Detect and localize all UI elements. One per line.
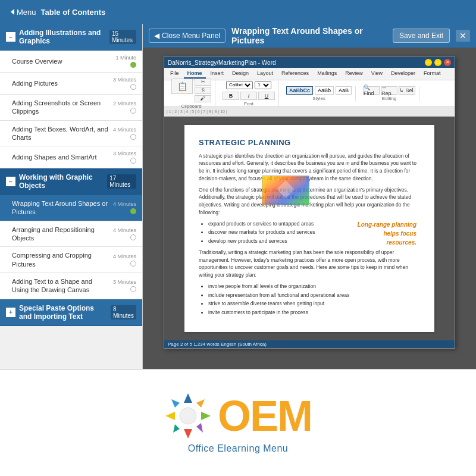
bullet-item: invite customers to participate in the p… — [208, 309, 420, 317]
chevron-icon: ◀ — [154, 32, 159, 40]
status-dot-gray — [130, 108, 136, 114]
sidebar-item-compressing[interactable]: Compressing and Cropping Pictures 4 Minu… — [0, 247, 142, 273]
style-heading-button[interactable]: AaBb — [315, 86, 334, 95]
item-minutes: 4 Minutes — [113, 127, 136, 133]
ribbon-tab-mailings[interactable]: Mailings — [314, 69, 340, 79]
toc-label: Table of Contents — [41, 8, 470, 17]
style-aabbcc-button[interactable]: AaBbCc — [286, 86, 313, 95]
ribbon-tab-layout[interactable]: Layout — [253, 69, 277, 79]
sidebar-section-illustrations[interactable]: − Adding Illustrations and Graphics 15 M… — [0, 24, 142, 51]
main-area: − Adding Illustrations and Graphics 15 M… — [0, 24, 476, 369]
item-meta: 3 Minutes — [113, 279, 136, 292]
sidebar-item-screenshots[interactable]: Adding Screenshots or Screen Clippings 2… — [0, 95, 142, 121]
ribbon-tab-file[interactable]: File — [167, 69, 183, 79]
content-title: Wrapping Text Around Shapes or Pictures — [231, 26, 387, 45]
status-dot-gray — [130, 158, 136, 164]
bold-button[interactable]: B — [223, 92, 239, 100]
close-menu-button[interactable]: ◀ Close Menu Panel — [149, 29, 226, 43]
sidebar-section-minutes-illustrations: 15 Minutes — [109, 30, 136, 44]
menu-button[interactable]: Menu — [6, 5, 41, 19]
cut-button[interactable]: ✂ — [195, 79, 211, 86]
item-meta: 3 Minutes — [113, 77, 136, 90]
styles-label: Styles — [312, 96, 325, 101]
sidebar-item-text: Course Overview — [12, 57, 112, 65]
status-dot-gray — [130, 84, 136, 90]
item-minutes: 1 Minute — [115, 55, 136, 61]
font-family-select[interactable]: Calibri — [226, 81, 253, 89]
ribbon-tab-format[interactable]: Format — [420, 69, 444, 79]
svg-marker-3 — [196, 399, 205, 408]
item-meta: 1 Minute — [115, 55, 136, 68]
svg-marker-7 — [173, 424, 180, 433]
clipboard-label: Clipboard — [181, 104, 201, 109]
item-meta: 4 Minutes — [113, 127, 136, 140]
bullet-list-2: involve people from all levels of the or… — [208, 283, 420, 317]
item-minutes: 4 Minutes — [113, 201, 136, 207]
find-button[interactable]: 🔍 Find — [363, 86, 380, 95]
status-dot-gray — [130, 134, 136, 140]
style-heading2-button[interactable]: AaB — [336, 86, 352, 95]
underline-button[interactable]: U — [258, 92, 275, 100]
font-size-select[interactable]: 11 — [255, 81, 271, 89]
window-buttons: − □ ✕ — [425, 59, 451, 66]
editing-label: Editing — [382, 96, 396, 101]
italic-button[interactable]: I — [240, 92, 257, 100]
top-navigation: Menu Table of Contents — [0, 0, 476, 24]
sidebar-item-arranging[interactable]: Arranging and Repositioning Objects 4 Mi… — [0, 221, 142, 248]
ribbon-tab-review[interactable]: Review — [342, 69, 367, 79]
page-paragraph-2: One of the functions of strategic planni… — [199, 186, 420, 217]
copy-button[interactable]: ⎘ — [195, 87, 211, 94]
page-title: Strategic Planning — [199, 137, 420, 149]
paste-button[interactable]: 📋 — [171, 79, 193, 94]
minimize-button[interactable]: − — [425, 59, 432, 66]
sidebar-item-course-overview[interactable]: Course Overview 1 Minute — [0, 51, 142, 73]
sidebar-section-special-paste[interactable]: + Special Paste Options and Importing Te… — [0, 299, 142, 326]
sidebar-item-text: Adding Screenshots or Screen Clippings — [12, 99, 109, 116]
sidebar-item-shapes[interactable]: Adding Shapes and SmartArt 3 Minutes — [0, 146, 142, 168]
ribbon-tab-home[interactable]: Home — [184, 69, 206, 79]
save-exit-button[interactable]: Save and Exit — [393, 29, 450, 43]
clipboard-buttons: 📋 ✂ ⎘ 🖌 — [171, 79, 211, 102]
ribbon-tab-references[interactable]: References — [278, 69, 312, 79]
font-label: Font — [244, 101, 253, 107]
sidebar-section-label-graphic-objects: Working with Graphic Objects — [19, 173, 104, 190]
ribbon-group-styles: AaBbCc AaBb AaB Styles — [283, 86, 356, 101]
ribbon-tab-view[interactable]: View — [368, 69, 386, 79]
word-titlebar-text: DaNorris_Strategy/MarketingPlan - Word — [168, 60, 276, 66]
sidebar-item-text: Compressing and Cropping Pictures — [12, 251, 109, 268]
item-meta: 3 Minutes — [113, 151, 136, 164]
sidebar-section-label-illustrations: Adding Illustrations and Graphics — [19, 29, 106, 45]
sidebar-item-text: Wrapping Text Around Shapes or Pictures — [12, 199, 109, 217]
format-painter-button[interactable]: 🖌 — [195, 95, 211, 102]
item-minutes: 4 Minutes — [113, 253, 136, 259]
page-background: Strategic Planning — [164, 117, 455, 340]
sidebar-item-text: Adding Pictures — [12, 79, 109, 87]
page-paragraph-1: A strategic plan identifies the directio… — [199, 152, 420, 183]
oem-letters: OEM — [218, 394, 312, 437]
section-icon-graphic-objects: − — [6, 177, 15, 186]
maximize-button[interactable]: □ — [434, 59, 441, 66]
close-button[interactable]: ✕ — [456, 30, 470, 42]
sidebar-item-text: Arranging and Repositioning Objects — [12, 226, 109, 243]
ribbon-tab-insert[interactable]: Insert — [207, 69, 228, 79]
item-minutes: 3 Minutes — [113, 151, 136, 156]
page-paragraph-3: Traditionally, writing a strategic marke… — [199, 249, 420, 279]
ribbon-tools: 📋 ✂ ⎘ 🖌 Clipboard Calibri 11 — [164, 80, 455, 107]
sidebar-section-label-special-paste: Special Paste Options and Importing Text — [19, 304, 107, 321]
sidebar-item-adding-pictures[interactable]: Adding Pictures 3 Minutes — [0, 73, 142, 95]
ribbon-tab-developer[interactable]: Developer — [387, 69, 419, 79]
select-button[interactable]: ↳ Sel. — [399, 86, 415, 95]
svg-marker-6 — [184, 429, 192, 439]
content-panel: ◀ Close Menu Panel Wrapping Text Around … — [143, 24, 476, 369]
ruler-markings: | 1 | 2 | 3 | 4 | 5 | 6 | 7 | 8 | 9 | 10… — [167, 109, 227, 114]
item-minutes: 3 Minutes — [113, 77, 136, 83]
close-window-button[interactable]: ✕ — [444, 59, 451, 66]
replace-button[interactable]: ↔ Rep. — [381, 86, 397, 95]
sidebar-section-graphic-objects[interactable]: − Working with Graphic Objects 17 Minute… — [0, 168, 142, 195]
ribbon-tab-design[interactable]: Design — [228, 69, 252, 79]
sidebar-item-wrapping-text[interactable]: Wrapping Text Around Shapes or Pictures … — [0, 195, 142, 221]
ribbon-group-font: Calibri 11 B I U Font — [219, 81, 279, 107]
sidebar-item-drawing-canvas[interactable]: Adding Text to a Shape and Using the Dra… — [0, 273, 142, 299]
sidebar-item-textboxes[interactable]: Adding Text Boxes, WordArt, and Charts 4… — [0, 121, 142, 147]
item-meta: 2 Minutes — [113, 101, 136, 114]
